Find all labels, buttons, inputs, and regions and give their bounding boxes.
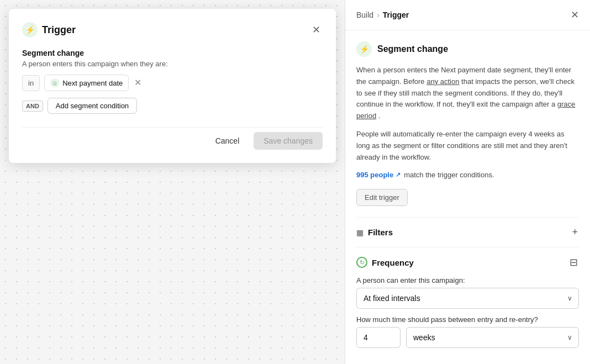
frequency-section: ↻ Frequency ⊟ A person can enter this ca…	[356, 247, 579, 352]
breadcrumb-current: Trigger	[383, 10, 409, 19]
segment-tag: ☺ Next payment date	[44, 75, 129, 91]
people-count: 995 people	[356, 171, 393, 179]
trigger-bolt-icon: ⚡	[356, 41, 372, 57]
trigger-header: ⚡ Segment change	[356, 41, 579, 57]
reentry-time-label: How much time should pass between entry …	[356, 315, 579, 324]
in-label: in	[22, 75, 40, 91]
reentry-unit-select[interactable]: weeks days months	[406, 327, 579, 348]
trigger-modal: ⚡ Trigger ✕ Segment change A person ente…	[9, 9, 336, 163]
reentry-unit-wrapper: weeks days months ∨	[406, 327, 579, 348]
frequency-select-wrapper: At fixed intervals ∨	[356, 288, 579, 309]
filters-title: Filters	[368, 228, 393, 237]
people-count-link[interactable]: 995 people ↗	[356, 171, 401, 179]
left-panel: ⚡ Trigger ✕ Segment change A person ente…	[0, 0, 345, 364]
breadcrumb-separator: ›	[377, 10, 380, 19]
plus-icon: +	[572, 226, 578, 238]
desc-text-3: .	[378, 112, 381, 120]
modal-footer: Cancel Save changes	[22, 127, 323, 150]
segment-condition-row: in ☺ Next payment date ✕	[22, 75, 323, 91]
person-can-enter-label: A person can enter this campaign:	[356, 276, 579, 284]
external-link-icon: ↗	[396, 171, 401, 178]
and-add-row: AND Add segment condition	[22, 98, 323, 114]
reentry-number-input[interactable]	[356, 327, 401, 348]
cancel-button[interactable]: Cancel	[207, 132, 249, 150]
edit-trigger-button[interactable]: Edit trigger	[356, 189, 408, 206]
filters-add-button[interactable]: +	[571, 225, 579, 239]
close-icon: ✕	[571, 9, 579, 20]
filters-header[interactable]: ▦ Filters +	[356, 225, 579, 239]
and-badge: AND	[22, 101, 43, 112]
segment-change-label: Segment change	[22, 49, 323, 57]
frequency-title: Frequency	[372, 258, 414, 267]
breadcrumb: Build › Trigger	[356, 10, 409, 19]
frequency-icon: ↻	[356, 257, 367, 268]
remove-icon: ✕	[134, 78, 141, 87]
sliders-icon: ⊟	[570, 257, 578, 268]
filters-section: ▦ Filters +	[356, 217, 579, 247]
frequency-header[interactable]: ↻ Frequency ⊟	[356, 255, 579, 270]
bolt-icon: ⚡	[22, 22, 38, 38]
modal-title: Trigger	[42, 24, 76, 36]
add-segment-button[interactable]: Add segment condition	[48, 98, 137, 114]
reentry-row: weeks days months ∨	[356, 327, 579, 348]
modal-title-row: ⚡ Trigger	[22, 22, 76, 38]
any-action-link[interactable]: any action	[426, 77, 459, 86]
frequency-title-row: ↻ Frequency	[356, 257, 414, 268]
right-panel: Build › Trigger ✕ ⚡ Segment change When …	[345, 0, 590, 364]
close-icon: ✕	[312, 24, 320, 35]
right-panel-close-button[interactable]: ✕	[571, 9, 579, 21]
modal-close-button[interactable]: ✕	[310, 23, 323, 37]
person-enters-label: A person enters this campaign when they …	[22, 60, 323, 68]
modal-header: ⚡ Trigger ✕	[22, 22, 323, 38]
filters-title-row: ▦ Filters	[356, 228, 393, 237]
save-button[interactable]: Save changes	[254, 132, 323, 150]
trigger-description-1: When a person enters the Next payment da…	[356, 65, 579, 122]
right-panel-header: Build › Trigger ✕	[345, 0, 590, 30]
match-text: match the trigger conditions.	[404, 171, 494, 179]
right-panel-body: ⚡ Segment change When a person enters th…	[345, 30, 590, 364]
segment-tag-label: Next payment date	[62, 79, 123, 87]
remove-segment-button[interactable]: ✕	[133, 77, 143, 88]
reentry-description: People will automatically re-enter the c…	[356, 129, 579, 163]
frequency-settings-button[interactable]: ⊟	[568, 255, 579, 270]
frequency-select[interactable]: At fixed intervals	[356, 288, 579, 309]
filter-icon: ▦	[356, 228, 364, 237]
breadcrumb-parent: Build	[356, 10, 373, 19]
trigger-title: Segment change	[377, 44, 448, 54]
people-match-row: 995 people ↗ match the trigger condition…	[356, 171, 579, 179]
segment-tag-icon: ☺	[50, 78, 59, 87]
